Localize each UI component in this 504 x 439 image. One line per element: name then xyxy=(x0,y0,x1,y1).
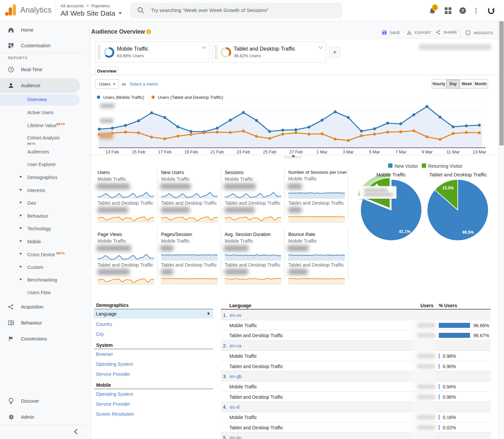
svg-text:?: ? xyxy=(461,8,464,13)
svg-text:81.1%: 81.1% xyxy=(399,229,410,234)
svg-text:86.5%: 86.5% xyxy=(462,230,474,235)
svg-text:13.5%: 13.5% xyxy=(442,186,454,190)
